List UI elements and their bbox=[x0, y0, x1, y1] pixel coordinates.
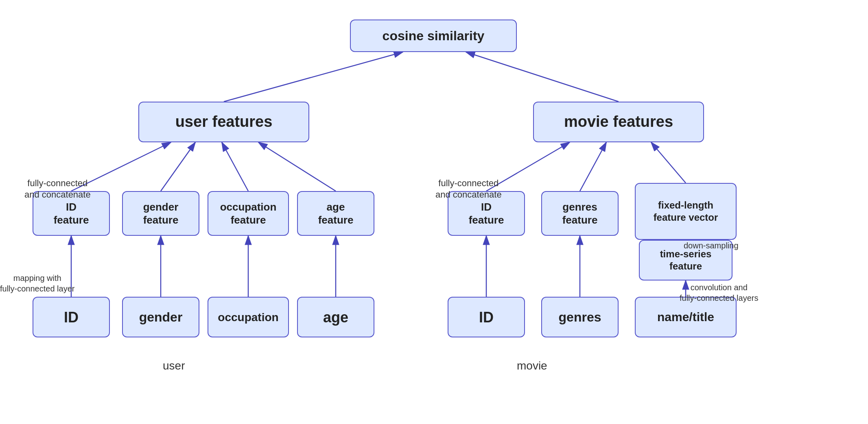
convolution-layers-label: convolution and fully-connected layers bbox=[680, 272, 758, 303]
fully-connected-movie-label: fully-connected and concatenate bbox=[435, 166, 502, 201]
mapping-user-id-label: mapping with fully-connected layer bbox=[0, 262, 74, 294]
movie-genres-feature-node: genres feature bbox=[541, 191, 619, 236]
down-sampling-label: down-sampling bbox=[684, 230, 739, 251]
user-id-node: ID bbox=[33, 297, 110, 337]
user-occupation-feature-node: occupation feature bbox=[208, 191, 289, 236]
svg-line-2 bbox=[466, 52, 619, 102]
user-features-node: user features bbox=[138, 102, 309, 142]
user-age-node: age bbox=[297, 297, 374, 337]
movie-id-node: ID bbox=[448, 297, 525, 337]
svg-line-6 bbox=[258, 142, 336, 191]
user-section-label: user bbox=[163, 359, 185, 373]
svg-line-8 bbox=[580, 142, 606, 191]
svg-line-5 bbox=[222, 142, 248, 191]
svg-line-1 bbox=[224, 52, 403, 102]
movie-genres-node: genres bbox=[541, 297, 619, 337]
diagram: cosine similarity user features movie fe… bbox=[0, 0, 868, 424]
movie-features-node: movie features bbox=[533, 102, 704, 142]
svg-line-9 bbox=[651, 142, 686, 183]
user-gender-feature-node: gender feature bbox=[122, 191, 199, 236]
cosine-similarity-node: cosine similarity bbox=[350, 20, 517, 52]
movie-section-label: movie bbox=[517, 359, 547, 373]
user-occupation-node: occupation bbox=[208, 297, 289, 337]
user-gender-node: gender bbox=[122, 297, 199, 337]
user-age-feature-node: age feature bbox=[297, 191, 374, 236]
fully-connected-user-label: fully-connected and concatenate bbox=[24, 166, 91, 201]
svg-line-4 bbox=[161, 142, 195, 191]
